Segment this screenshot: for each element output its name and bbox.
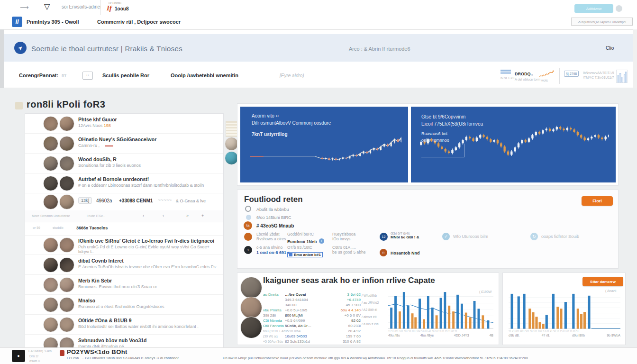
index-badge: §| 2798 [564, 71, 579, 77]
pager-add-icon[interactable]: + [201, 213, 204, 218]
person-name: IOknib uve SiRnu' Gleiot é Lo-lerrao Fwi… [78, 238, 218, 244]
pager-prev-icon[interactable]: › [143, 213, 144, 218]
quote-row[interactable]: vbu Prnnta+0.0 5u+10/560u 4 4.140 [263, 308, 361, 313]
featured-action-button[interactable]: Fiori [582, 196, 613, 206]
quote-label: 6ou (331v + Abdu [263, 329, 285, 333]
subtoolbar-mid[interactable]: i rude ITSv... [87, 214, 105, 218]
market-panel-2[interactable]: Gtse bt 9/6Copvvinm Eicoil 775LhX(53(U8i… [411, 107, 616, 182]
person-row[interactable]: Phtse khf Guuor12Avrs Noos 198 [25, 114, 223, 134]
grid-view-icon[interactable]: ∷ [82, 72, 93, 80]
quote-row[interactable]: O6i Fanncta5Cn5b, Ab Dr…60 233i [263, 323, 361, 328]
quote-row[interactable]: 340.0045 7 900 [263, 302, 361, 308]
quote-change: 159 7 60 [334, 334, 361, 338]
avatar[interactable] [225, 137, 238, 151]
market-widget-1[interactable]: 6/7a 13/3 DRODQ.. A del obluce torm wols [500, 69, 556, 84]
browser-tab[interactable]: ur unidiu If 1oou8 [100, 0, 238, 15]
nav-item-4[interactable]: [Eyre aldro) [280, 73, 304, 78]
brand-note[interactable]: -5 i6putrvV6QvH Aporo i Unvikttipei [571, 18, 633, 26]
rate-cell[interactable]: Rueyzisbooa IOo inrvys [332, 232, 355, 241]
quote-row[interactable]: (39 W) ag16u03 54503159 7 60 [263, 334, 361, 339]
quote-value: +0.5 64/099 [285, 318, 334, 323]
report-action-button[interactable]: Sttar damcrrw [582, 277, 623, 286]
pager-next-icon[interactable]: ‹ [163, 213, 164, 218]
featured-link-1[interactable]: Wfo Uturooos bilm [453, 234, 488, 239]
brand-title[interactable]: Pnmlntys 305 - Owoll [27, 19, 79, 25]
subtoolbar-label[interactable]: More Streams Unsurlistse [32, 214, 70, 218]
rate-cell[interactable]: G3ri 0/7 6/4it MNbi be GBi ! & [391, 232, 419, 239]
nav-item-1[interactable]: CorengrPannat: [19, 73, 58, 78]
featured-item-1[interactable]: Abufit Ila wbbvbu [256, 207, 289, 212]
axis-tick-row: 51 K1 801 M81 501 58 181 18K 5 8 01 41 5… [509, 330, 620, 333]
person-row[interactable]: ▪MnalsoEsnovoo at o étost Srohndilon Our… [25, 295, 224, 315]
rate-value: MNbi be GBi ! & [391, 235, 419, 239]
rate-cell[interactable]: Goddóni b8RC Euodocii 1Neti i [287, 232, 324, 245]
person-subtitle: Böd Inolustedtr sei Ibiittos water eivbt… [78, 324, 218, 329]
header-clip-link[interactable]: Clio [606, 46, 614, 51]
site-logo-icon[interactable]: ➤ [14, 42, 27, 54]
person-row[interactable]: Wood douSib, RSonuitiona for zib 3 lieoi… [25, 154, 223, 173]
person-subtitle: Puh urokG Pd di E Lowno cio G-cin( Evble… [78, 245, 218, 254]
people-panel-title: ron8li kPoli foR3 [27, 99, 105, 110]
quote-row[interactable]: +5 60Ao (3du82 5cfu135b1d310 6 A 92 [263, 339, 361, 344]
person-row[interactable]: ▪dibat Covnb InterctE.Anerius TuBoOb tsh… [25, 255, 224, 275]
quote-row[interactable]: 39ii 28ii800 ML(Mi+0 6 0 6V [263, 313, 361, 318]
pager-last-icon[interactable]: » [186, 213, 189, 218]
rate-cell[interactable]: C6tro 01A .... be us good 5 abhe [332, 245, 365, 255]
stat-a[interactable]: or 59 [33, 226, 40, 229]
person-subtitle: Sonuitiona for zib 3 lieois euonos [78, 163, 218, 168]
person-row[interactable]: ▪Autrbef ei Bornole unrdeonst!# on e odd… [25, 173, 223, 193]
rate-cell[interactable]: c-5 ana shvino 1 ood on-6 691 ▾ [256, 245, 290, 255]
selected-rate-box[interactable]: Emo anion b#1 [287, 252, 323, 257]
quote-row[interactable]: 6ou (331v + Abdu05/78 0/6420 4 92 [263, 328, 361, 334]
brand-logo-icon[interactable]: II [12, 17, 22, 27]
quote-row[interactable]: C5i Nbnnta+0.5 64/09992 02 [263, 318, 361, 323]
stats-chips-row[interactable]: 13k] 49602a +33088 CENM1 ~~~~~ & O-Gnaa … [25, 192, 224, 211]
ticker-lines-icon [500, 70, 511, 74]
featured-link-2[interactable]: ooaps fidfntor Souib [541, 234, 579, 239]
orange-badge-icon: ta [244, 221, 252, 230]
subscribe-button[interactable]: Adttdzvw [574, 4, 613, 13]
quote-row[interactable]: au Dnnta…/tre Covai3-6vi 62 [263, 292, 361, 297]
header-right-links[interactable]: Arco : & Abrin If rturmode6 [349, 46, 410, 52]
market-widget-2[interactable]: §| 2798 IbNvvwvvAA/7EIT/,/9336 /TM/4C T.… [564, 69, 628, 84]
footer-left-small-2[interactable]: dswb ˄ [29, 359, 40, 363]
back-arrow-icon[interactable]: ⟶ [20, 4, 29, 11]
quote-value: 340.00 [285, 303, 334, 307]
x-axis-label: 4? r8. [542, 334, 550, 337]
market-panel-1[interactable]: Aoorm vito ‹‹ Difr osmuntAlbovV Commonj … [240, 107, 408, 182]
series-label: / a 6v7z éls [362, 322, 390, 329]
filter-funnel-icon[interactable]: ▽ [44, 2, 50, 11]
count-chip[interactable]: 13k] [78, 197, 92, 204]
nav-item-3[interactable]: Ooolp /uwbetebbl wnemitin [171, 73, 238, 78]
record-button-icon[interactable]: ● [12, 350, 25, 362]
avatar [59, 194, 74, 209]
person-subtitle: Camnn-ru , [78, 143, 218, 148]
person-row[interactable]: ▪Merb Kin SebrBirniowcs. Euvivic thol nr… [25, 275, 224, 295]
rate-cell[interactable]: Lbcnié 2bdat Rvshows a oires [256, 232, 286, 241]
avatar [43, 116, 58, 131]
quote-change: +0 6 0 6V [334, 313, 361, 318]
stat-c[interactable]: 3666x Tueoelos [76, 226, 108, 230]
stat-b[interactable]: studdib [53, 226, 64, 229]
footer-left-small: Drn 2/ [29, 355, 38, 358]
nav-item-2[interactable]: Scullis peoblle Ror [102, 73, 149, 78]
person-name: Phtse khf Guuor [78, 117, 218, 122]
person-row[interactable]: ▪O0tide #Ona & B1UB 9Böd Inolustedtr sei… [25, 315, 224, 335]
rate-cell[interactable]: O7/b 93./18tC Emo anion b#1 [287, 245, 323, 258]
quote-value: 349.3 641604 [285, 298, 334, 302]
featured-item-4[interactable]: Hosantob Nnd [391, 251, 420, 255]
quote-label: (39 W) ag [263, 335, 285, 338]
person-row[interactable]: ▪OHnatio Nuey's SGoiGnaoceiworCamnn-ru , [25, 134, 223, 154]
person-row[interactable]: ▪IOknib uve SiRnu' Gleiot é Lo-lerrao Fw… [25, 235, 224, 255]
account-avatar[interactable] [616, 5, 622, 12]
avatar[interactable] [225, 151, 238, 165]
rate-value: Euodocii 1Neti [287, 239, 317, 244]
rate-label: C6tro 01A .... [332, 245, 365, 250]
thumbnail-image[interactable] [226, 121, 238, 137]
x-axis-label: d9u i80b [572, 334, 585, 337]
rate-label: G3ri 0/7 6/4it [391, 232, 419, 235]
avatar [59, 156, 74, 171]
quote-row[interactable]: 349.3 641604+6.4749 [263, 297, 361, 302]
featured-item-2[interactable]: 6/oo 145tuni BIRC [256, 215, 291, 220]
featured-item-3[interactable]: # 43eo5G Mnaub [256, 223, 294, 228]
